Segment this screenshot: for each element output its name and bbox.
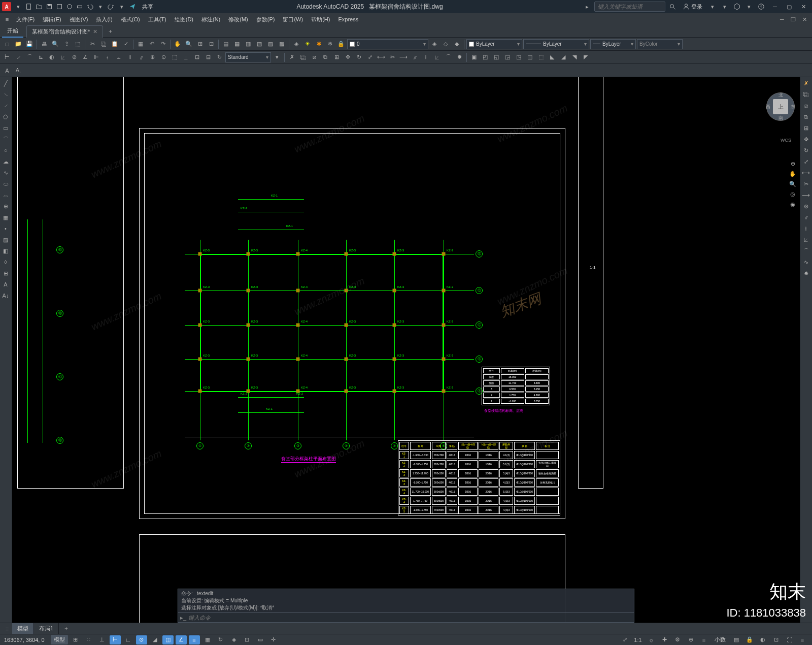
mod-move-icon[interactable]: ✥ bbox=[343, 52, 353, 62]
mod-blend-icon[interactable]: ∿ bbox=[800, 257, 811, 267]
mod-rotate2-icon[interactable]: ↻ bbox=[800, 145, 811, 155]
viewcube-top[interactable]: 上 bbox=[773, 99, 788, 114]
status-dynamic-icon[interactable]: ⊢ bbox=[110, 635, 121, 644]
doc-restore-button[interactable]: ❐ bbox=[788, 14, 799, 24]
draw-circle-icon[interactable]: ○ bbox=[0, 145, 11, 155]
qat-plot-icon[interactable] bbox=[75, 2, 84, 11]
mod-explode-icon[interactable]: ✸ bbox=[454, 52, 464, 62]
nav-orbit-icon[interactable]: ◎ bbox=[788, 189, 798, 199]
menu-icon[interactable]: ≡ bbox=[2, 14, 12, 24]
dim-ang-icon[interactable]: ∠ bbox=[80, 52, 90, 62]
mod-fillet2-icon[interactable]: ⌒ bbox=[800, 246, 811, 256]
wcs-label[interactable]: WCS bbox=[779, 137, 793, 143]
status-hw-icon[interactable]: ⊡ bbox=[770, 635, 782, 644]
tb-sun-icon[interactable]: ✱ bbox=[314, 39, 324, 49]
login-button[interactable]: 登录 bbox=[680, 2, 705, 12]
draw-hatch-icon[interactable]: ▨ bbox=[0, 235, 11, 245]
new-tab-button[interactable]: ＋ bbox=[105, 26, 115, 37]
status-otrack-icon[interactable]: ∠ bbox=[176, 635, 187, 644]
draw-mtext-icon[interactable]: A bbox=[0, 279, 11, 289]
undo-dropdown-icon[interactable]: ▾ bbox=[95, 2, 106, 12]
menu-draw[interactable]: 绘图(D) bbox=[171, 14, 197, 25]
view-se-icon[interactable]: ◢ bbox=[558, 52, 568, 62]
tb-publish-icon[interactable]: ⇪ bbox=[61, 39, 72, 49]
status-cycle-icon[interactable]: ↻ bbox=[215, 635, 226, 644]
command-line[interactable]: ▸_ bbox=[178, 612, 634, 623]
tb-match-icon[interactable]: ✓ bbox=[121, 39, 131, 49]
mod-break2-icon[interactable]: ⫽ bbox=[800, 212, 811, 222]
dim-ord-icon[interactable]: ⊾ bbox=[36, 52, 46, 62]
qat-redo-icon[interactable] bbox=[107, 2, 116, 11]
nav-full-icon[interactable]: ⊕ bbox=[788, 158, 798, 169]
tb-layeriso-icon[interactable]: ◇ bbox=[441, 39, 451, 49]
status-decimal[interactable]: 小数 bbox=[712, 635, 729, 644]
mod-extend-icon[interactable]: ⟶ bbox=[398, 52, 409, 62]
menu-dropdown-icon[interactable]: ▾ bbox=[13, 2, 23, 12]
status-iso-icon[interactable]: ◢ bbox=[149, 635, 160, 644]
view-top-icon[interactable]: ◰ bbox=[480, 52, 490, 62]
menu-window[interactable]: 窗口(W) bbox=[279, 14, 307, 25]
mod-breakpt-icon[interactable]: ⊗ bbox=[800, 201, 811, 211]
status-snap-icon[interactable]: ∷ bbox=[83, 635, 94, 644]
tb-undo2-icon[interactable]: ↶ bbox=[147, 39, 157, 49]
dim-tol-icon[interactable]: ⊕ bbox=[147, 52, 157, 62]
redo-dropdown-icon[interactable]: ▾ bbox=[117, 2, 127, 12]
draw-gradient-icon[interactable]: ◧ bbox=[0, 246, 11, 256]
view-named-icon[interactable]: ▣ bbox=[469, 52, 479, 62]
file-tab-close-icon[interactable]: ✕ bbox=[93, 28, 97, 35]
status-grid-icon[interactable]: ⊞ bbox=[70, 635, 81, 644]
help-icon[interactable]: ? bbox=[756, 2, 766, 12]
dimstyle-dropdown[interactable]: Standard ▾ bbox=[225, 52, 271, 62]
mod-array2-icon[interactable]: ⊞ bbox=[800, 123, 811, 133]
draw-table-icon[interactable]: ⊞ bbox=[0, 268, 11, 278]
dim-cont-icon[interactable]: ⫠ bbox=[114, 52, 124, 62]
tb-preview-icon[interactable]: 🔍 bbox=[50, 39, 60, 49]
draw-ellipse-icon[interactable]: ⬭ bbox=[0, 179, 11, 189]
status-3dosnap-icon[interactable]: ◈ bbox=[228, 635, 240, 644]
dim-more-icon[interactable]: ▾ bbox=[272, 52, 282, 62]
mod-scale-icon[interactable]: ⤢ bbox=[365, 52, 375, 62]
menu-format[interactable]: 格式(O) bbox=[117, 14, 144, 25]
tb-tpalette-icon[interactable]: ▥ bbox=[243, 39, 253, 49]
menu-express[interactable]: Express bbox=[334, 15, 362, 24]
status-annovis-icon[interactable]: ☼ bbox=[646, 635, 657, 644]
tb-layermgr-icon[interactable]: ◈ bbox=[291, 39, 301, 49]
dim-space-icon[interactable]: ⫴ bbox=[125, 52, 135, 62]
status-workspace-icon[interactable]: ⚙ bbox=[672, 635, 683, 644]
search-input[interactable] bbox=[594, 2, 665, 12]
tb-lightbulb-icon[interactable]: ☀ bbox=[302, 39, 313, 49]
nav-zoom-icon[interactable]: 🔍 bbox=[788, 179, 798, 189]
menu-file[interactable]: 文件(F) bbox=[12, 14, 39, 25]
qat-webmobile-icon[interactable] bbox=[65, 2, 74, 11]
login-dropdown-icon[interactable]: ▾ bbox=[707, 2, 718, 12]
dim-tedit-icon[interactable]: ⊟ bbox=[203, 52, 213, 62]
tb-markup-icon[interactable]: ▨ bbox=[265, 39, 276, 49]
tb-block-icon[interactable]: ▦ bbox=[136, 39, 146, 49]
qat-share-icon[interactable] bbox=[128, 2, 137, 11]
mod-mirror2-icon[interactable]: ⧄ bbox=[800, 101, 811, 111]
mod-extend2-icon[interactable]: ⟶ bbox=[800, 190, 811, 200]
tb-cut-icon[interactable]: ✂ bbox=[87, 39, 97, 49]
help-dropdown-icon[interactable]: ▾ bbox=[744, 2, 754, 12]
status-lwt-icon[interactable]: ≡ bbox=[189, 635, 200, 644]
status-gizmo-icon[interactable]: ✛ bbox=[268, 635, 279, 644]
dim-dia-icon[interactable]: ⊘ bbox=[69, 52, 79, 62]
mod-break-icon[interactable]: ⫽ bbox=[410, 52, 420, 62]
mod-copy-icon[interactable]: ⿻ bbox=[298, 52, 308, 62]
tb-dcenter-icon[interactable]: ▦ bbox=[232, 39, 242, 49]
tb-zoomprev-icon[interactable]: ⊡ bbox=[206, 39, 216, 49]
draw-ellipsearc-icon[interactable]: ⌓ bbox=[0, 190, 11, 200]
menu-param[interactable]: 参数(P) bbox=[252, 14, 279, 25]
tb-zoomwin-icon[interactable]: ⊞ bbox=[195, 39, 205, 49]
tb-layerstates-icon[interactable]: ◈ bbox=[429, 39, 439, 49]
view-nw-icon[interactable]: ◤ bbox=[581, 52, 591, 62]
plotstyle-dropdown[interactable]: ByColor ▾ bbox=[637, 39, 683, 49]
dim-arc-icon[interactable]: ⌒ bbox=[24, 52, 35, 62]
autodesk-app-icon[interactable]: ▾ bbox=[720, 2, 730, 12]
draw-polygon-icon[interactable]: ⬠ bbox=[0, 112, 11, 122]
tb-props-icon[interactable]: ▤ bbox=[221, 39, 231, 49]
tab-current-file[interactable]: 某框架宿舍结构设计图* ✕ bbox=[26, 25, 103, 38]
dim-update-icon[interactable]: ↻ bbox=[214, 52, 224, 62]
lineweight-dropdown[interactable]: ByLayer ▾ bbox=[590, 39, 636, 49]
dim-joglin-icon[interactable]: ⟂ bbox=[181, 52, 191, 62]
